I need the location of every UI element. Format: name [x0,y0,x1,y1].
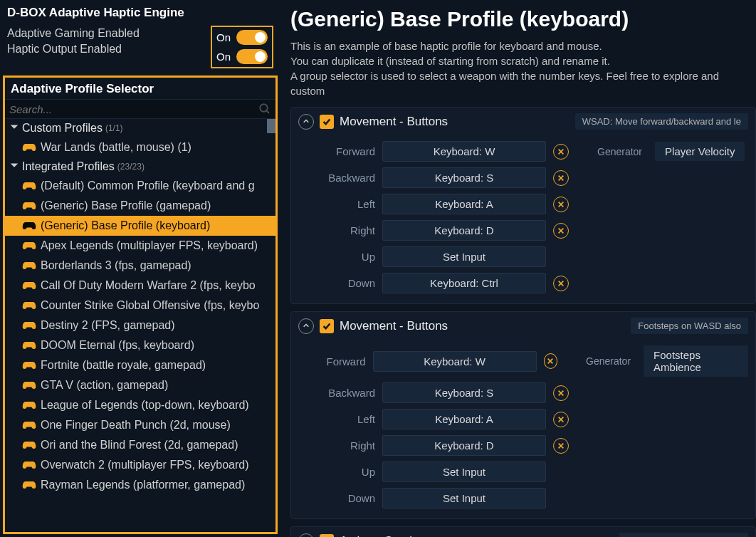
profile-item[interactable]: Borderlands 3 (fps, gamepad) [5,256,275,276]
gamepad-icon [22,142,36,152]
binding-input[interactable]: Keyboard: D [382,220,546,241]
binding-label: Forward [298,355,366,367]
section-note[interactable]: SHIFT to increase footsteps [619,533,748,537]
profile-label: (Generic) Base Profile (gamepad) [41,199,211,212]
profile-tree[interactable]: Custom Profiles (1/1) War Lands (battle,… [5,119,275,532]
toggle-adaptive-gaming: Adaptive Gaming Enabled [7,26,211,41]
binding-row: DownKeyboard: Ctrl [298,270,748,296]
binding-label: Down [298,277,375,289]
profile-title: (Generic) Base Profile (keyboard) [290,7,756,31]
binding-input[interactable]: Keyboard: D [382,435,546,456]
group-custom-profiles[interactable]: Custom Profiles (1/1) [5,119,275,137]
gamepad-icon [22,420,36,430]
profile-description: This is an example of base haptic profil… [290,38,756,98]
profile-label: Apex Legends (multiplayer FPS, keyboard) [41,239,258,252]
profile-label: Counter Strike Global Offensive (fps, ke… [41,299,259,312]
clear-binding-button[interactable] [553,438,569,454]
profile-selector-panel: Adaptive Profile Selector Custom Profile… [3,75,278,534]
gamepad-icon [22,380,36,390]
toggle-haptic-output: Haptic Output Enabled [7,41,211,57]
profile-item[interactable]: Rayman Legends (platformer, gamepad) [5,475,275,495]
profile-item[interactable]: League of Legends (top-down, keyboard) [5,395,275,415]
gamepad-icon [22,320,36,330]
binding-input[interactable]: Keyboard: W [382,141,546,162]
profile-item[interactable]: War Lands (battle, mouse) (1) [5,137,275,157]
gamepad-icon [22,241,36,251]
generator-label: Generator [597,146,642,157]
section-title: Action - Continuous [340,534,614,538]
clear-binding-button[interactable] [544,353,558,369]
profile-label: DOOM Eternal (fps, keyboard) [41,339,194,352]
binding-row: RightKeyboard: D [298,432,748,459]
profile-item[interactable]: Fortnite (battle royale, gamepad) [5,355,275,375]
binding-row: UpSet Input [298,244,748,270]
profile-item[interactable]: Overwatch 2 (multiplayer FPS, keyboard) [5,455,275,475]
profile-label: Destiny 2 (FPS, gamepad) [41,319,175,332]
generator-label: Generator [586,355,631,367]
clear-binding-button[interactable] [553,276,569,291]
clear-binding-button[interactable] [553,197,569,212]
profile-item[interactable]: (Default) Common Profile (keyboard and g [5,176,275,196]
profile-label: Rayman Legends (platformer, gamepad) [41,479,245,491]
collapse-button[interactable] [298,318,314,334]
profile-label: (Default) Common Profile (keyboard and g [41,179,255,192]
gamepad-icon [22,400,36,410]
profile-item[interactable]: DOOM Eternal (fps, keyboard) [5,335,275,355]
section-title: Movement - Buttons [340,115,569,129]
gamepad-icon [22,340,36,350]
section-enable-checkbox[interactable] [320,115,334,129]
binding-input[interactable]: Keyboard: A [382,409,546,429]
gamepad-icon [22,221,36,231]
clear-binding-button[interactable] [553,412,569,427]
profile-item[interactable]: Apex Legends (multiplayer FPS, keyboard) [5,236,275,256]
binding-input[interactable]: Set Input [382,462,546,482]
binding-input[interactable]: Keyboard: S [382,167,546,188]
search-input[interactable] [9,103,258,115]
collapse-button[interactable] [298,533,314,538]
profile-label: Ori and the Blind Forest (2d, gamepad) [41,439,238,452]
section-header: Movement - ButtonsWSAD: Move forward/bac… [291,108,755,135]
binding-row: DownSet Input [298,485,748,511]
binding-input[interactable]: Set Input [382,488,546,509]
section-enable-checkbox[interactable] [320,534,334,538]
gamepad-icon [22,281,36,291]
section-body: ForwardKeyboard: WGeneratorPlayer Veloci… [291,135,755,303]
section-note[interactable]: WSAD: Move forward/backward and le [575,113,748,130]
clear-binding-button[interactable] [553,170,569,186]
binding-row: ForwardKeyboard: WGeneratorPlayer Veloci… [298,138,748,165]
gamepad-icon [22,301,36,311]
profile-item[interactable]: Destiny 2 (FPS, gamepad) [5,316,275,335]
profile-item[interactable]: Counter Strike Global Offensive (fps, ke… [5,296,275,316]
clear-binding-button[interactable] [553,223,569,239]
binding-input[interactable]: Keyboard: S [382,382,546,403]
section-enable-checkbox[interactable] [320,319,334,333]
section-title: Movement - Buttons [340,319,625,333]
profile-label: Call Of Duty Modern Warfare 2 (fps, keyb… [41,279,256,292]
profile-label: (Generic) Base Profile (keyboard) [41,219,210,232]
binding-row: LeftKeyboard: A [298,406,748,432]
binding-input[interactable]: Keyboard: W [373,351,537,372]
search-icon [258,103,271,115]
profile-item[interactable]: (Generic) Base Profile (keyboard) [5,216,275,236]
scrollbar-thumb[interactable] [267,119,275,133]
profile-item[interactable]: One Finger Death Punch (2d, mouse) [5,415,275,435]
generator-value[interactable]: Footsteps Ambience [644,345,748,377]
section-body: ForwardKeyboard: WGeneratorFootsteps Amb… [291,340,755,518]
clear-binding-button[interactable] [553,144,569,160]
binding-row: BackwardKeyboard: S [298,165,748,191]
adaptive-gaming-toggle[interactable] [236,30,268,45]
generator-value[interactable]: Player Velocity [655,142,745,161]
binding-input[interactable]: Keyboard: Ctrl [382,273,546,293]
profile-item[interactable]: (Generic) Base Profile (gamepad) [5,196,275,216]
clear-binding-button[interactable] [553,385,569,401]
profile-item[interactable]: GTA V (action, gamepad) [5,375,275,395]
haptic-output-toggle[interactable] [236,49,268,64]
group-integrated-profiles[interactable]: Integrated Profiles (23/23) [5,157,275,176]
profile-item[interactable]: Call Of Duty Modern Warfare 2 (fps, keyb… [5,276,275,296]
section-note[interactable]: Footsteps on WASD also [631,318,748,334]
binding-input[interactable]: Set Input [382,246,546,267]
binding-label: Right [298,439,375,452]
collapse-button[interactable] [298,114,314,130]
binding-input[interactable]: Keyboard: A [382,194,546,214]
profile-item[interactable]: Ori and the Blind Forest (2d, gamepad) [5,435,275,455]
